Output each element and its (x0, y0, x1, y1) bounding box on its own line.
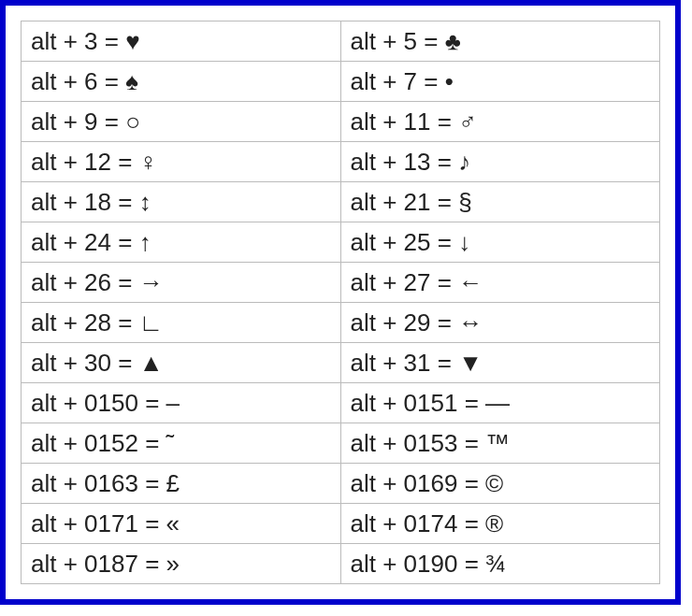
alt-code-symbol: ▲ (139, 349, 164, 377)
alt-code-symbol: ♂ (458, 107, 477, 136)
alt-code-cell: alt + 0169 = © (340, 464, 660, 504)
separator: = (138, 389, 166, 417)
alt-code-symbol: ∟ (139, 308, 163, 337)
alt-code-text: alt + 0190 (351, 550, 458, 578)
alt-code-text: alt + 27 (351, 268, 431, 296)
alt-code-symbol: ♀ (139, 148, 158, 176)
table-row: alt + 0163 = £ alt + 0169 = © (22, 464, 660, 504)
alt-code-text: alt + 28 (31, 308, 111, 337)
table-row: alt + 3 = ♥ alt + 5 = ♣ (22, 21, 660, 62)
separator: = (417, 27, 445, 55)
alt-code-text: alt + 0152 (31, 429, 138, 457)
separator: = (431, 188, 459, 216)
separator: = (457, 550, 485, 578)
separator: = (138, 550, 166, 578)
alt-code-symbol: ▼ (458, 349, 483, 377)
alt-code-symbol: ○ (125, 107, 140, 136)
alt-code-cell: alt + 3 = ♥ (22, 21, 341, 62)
alt-code-text: alt + 3 (31, 27, 98, 55)
alt-code-text: alt + 18 (31, 188, 111, 216)
table-row: alt + 6 = ♠ alt + 7 = • (22, 62, 660, 102)
separator: = (431, 107, 459, 136)
alt-code-cell: alt + 0190 = ¾ (340, 544, 660, 584)
alt-code-cell: alt + 5 = ♣ (340, 21, 660, 62)
alt-code-cell: alt + 0151 = — (340, 383, 660, 423)
alt-code-cell: alt + 0153 = ™ (340, 423, 660, 464)
separator: = (457, 509, 485, 537)
alt-code-cell: alt + 26 = → (22, 263, 341, 303)
alt-code-cell: alt + 12 = ♀ (22, 142, 341, 182)
alt-code-symbol: ↓ (458, 228, 470, 256)
separator: = (431, 308, 459, 337)
alt-code-text: alt + 21 (351, 188, 431, 216)
alt-code-symbol: © (485, 469, 503, 497)
alt-code-text: alt + 9 (31, 107, 98, 136)
alt-code-text: alt + 11 (351, 107, 431, 136)
alt-code-cell: alt + 0163 = £ (22, 464, 341, 504)
alt-code-table-body: alt + 3 = ♥ alt + 5 = ♣ alt + 6 = ♠ alt … (22, 21, 660, 584)
table-row: alt + 24 = ↑ alt + 25 = ↓ (22, 222, 660, 263)
alt-code-cell: alt + 27 = ← (340, 263, 660, 303)
alt-code-text: alt + 0169 (351, 469, 458, 497)
alt-code-cell: alt + 0152 = ˜ (22, 423, 341, 464)
alt-code-cell: alt + 25 = ↓ (340, 222, 660, 263)
table-row: alt + 28 = ∟ alt + 29 = ↔ (22, 303, 660, 343)
table-row: alt + 0171 = « alt + 0174 = ® (22, 504, 660, 544)
alt-code-symbol: ♪ (458, 148, 470, 176)
separator: = (111, 188, 139, 216)
alt-code-text: alt + 0174 (351, 509, 458, 537)
alt-code-table: alt + 3 = ♥ alt + 5 = ♣ alt + 6 = ♠ alt … (21, 21, 660, 584)
alt-code-symbol: — (485, 389, 510, 417)
alt-code-text: alt + 25 (351, 228, 431, 256)
alt-code-symbol: » (166, 550, 180, 578)
alt-code-text: alt + 13 (351, 148, 431, 176)
separator: = (111, 148, 139, 176)
separator: = (111, 268, 139, 296)
alt-code-text: alt + 0151 (351, 389, 458, 417)
separator: = (111, 308, 139, 337)
alt-code-symbol: § (458, 188, 471, 216)
alt-code-text: alt + 0171 (31, 509, 138, 537)
alt-code-text: alt + 6 (31, 67, 98, 95)
alt-code-symbol: ♠ (125, 67, 138, 95)
alt-code-symbol: ˜ (166, 429, 175, 457)
alt-code-text: alt + 26 (31, 268, 111, 296)
alt-code-symbol: ™ (485, 429, 510, 457)
alt-code-symbol: « (166, 509, 180, 537)
table-row: alt + 0187 = » alt + 0190 = ¾ (22, 544, 660, 584)
separator: = (431, 268, 459, 296)
table-row: alt + 0152 = ˜ alt + 0153 = ™ (22, 423, 660, 464)
separator: = (98, 107, 126, 136)
alt-code-symbol: ↔ (458, 308, 483, 337)
alt-code-cell: alt + 0171 = « (22, 504, 341, 544)
alt-code-text: alt + 5 (351, 27, 418, 55)
alt-code-text: alt + 0153 (351, 429, 458, 457)
separator: = (431, 148, 459, 176)
alt-code-cell: alt + 11 = ♂ (340, 102, 660, 142)
alt-code-text: alt + 31 (351, 349, 431, 377)
table-row: alt + 0150 = – alt + 0151 = — (22, 383, 660, 423)
alt-code-text: alt + 30 (31, 349, 111, 377)
alt-code-text: alt + 12 (31, 148, 111, 176)
separator: = (138, 429, 166, 457)
alt-code-text: alt + 0163 (31, 469, 138, 497)
separator: = (457, 429, 485, 457)
separator: = (457, 389, 485, 417)
separator: = (431, 228, 459, 256)
alt-code-symbol: ♣ (445, 27, 461, 55)
alt-code-cell: alt + 28 = ∟ (22, 303, 341, 343)
alt-code-cell: alt + 0150 = – (22, 383, 341, 423)
alt-code-cell: alt + 18 = ↕ (22, 182, 341, 222)
alt-code-cell: alt + 24 = ↑ (22, 222, 341, 263)
alt-code-symbol: ® (485, 509, 503, 537)
table-row: alt + 12 = ♀ alt + 13 = ♪ (22, 142, 660, 182)
alt-code-symbol: ¾ (485, 550, 506, 578)
alt-code-symbol: ↕ (139, 188, 151, 216)
alt-code-symbol: ↑ (139, 228, 151, 256)
alt-code-cell: alt + 9 = ○ (22, 102, 341, 142)
separator: = (111, 228, 139, 256)
table-row: alt + 26 = → alt + 27 = ← (22, 263, 660, 303)
alt-code-cell: alt + 6 = ♠ (22, 62, 341, 102)
separator: = (431, 349, 459, 377)
alt-code-cell: alt + 7 = • (340, 62, 660, 102)
